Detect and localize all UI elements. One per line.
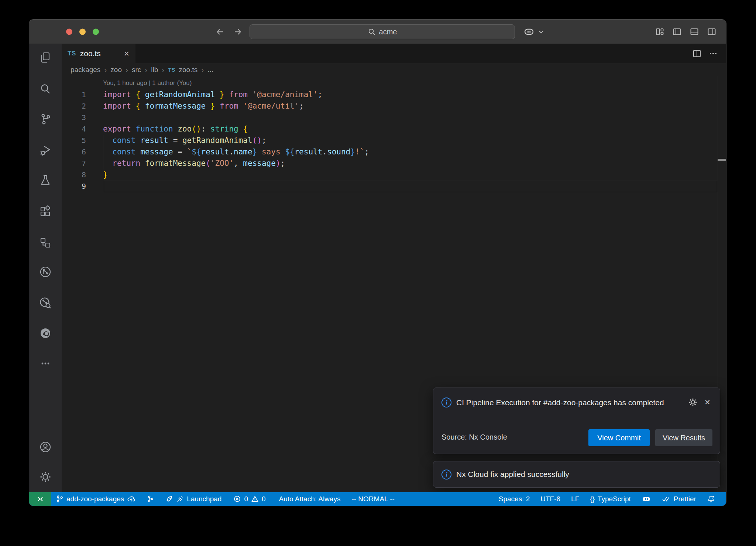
breadcrumb-separator: ›	[104, 66, 107, 74]
activity-bar	[29, 44, 62, 492]
breadcrumb-item[interactable]: zoo	[110, 66, 122, 74]
breadcrumb-file[interactable]: zoo.ts	[179, 66, 198, 74]
editor-more-actions-icon[interactable]	[708, 49, 718, 58]
line-number: 4	[62, 123, 86, 135]
info-icon: i	[441, 470, 451, 480]
code-line[interactable]: import { getRandomAnimal } from '@acme/a…	[103, 89, 322, 100]
copilot-icon	[642, 494, 651, 504]
source-control-icon[interactable]	[39, 113, 52, 125]
line-number: 7	[62, 158, 86, 169]
extensions-icon[interactable]	[39, 205, 52, 218]
tab-bar: TS zoo.ts ✕	[62, 44, 726, 63]
vim-mode-label: -- NORMAL --	[351, 495, 394, 503]
project-graph-icon[interactable]	[39, 236, 52, 249]
notification-settings-gear-icon[interactable]	[688, 397, 698, 407]
forward-arrow-icon[interactable]	[232, 26, 243, 37]
git-branch-icon	[56, 495, 63, 503]
chevron-down-icon	[538, 28, 544, 35]
line-number: 3	[62, 112, 86, 123]
encoding-status[interactable]: UTF-8	[540, 495, 560, 503]
language-label: TypeScript	[598, 495, 631, 503]
copilot-menu[interactable]	[523, 20, 544, 44]
breadcrumb-separator: ›	[162, 66, 164, 74]
git-blame-annotation[interactable]: You, 1 hour ago | 1 author (You)	[103, 78, 192, 88]
braces-icon: {}	[590, 495, 595, 503]
close-tab-icon[interactable]: ✕	[124, 50, 130, 58]
line-number: 2	[62, 100, 86, 112]
desktop: acme	[0, 0, 756, 546]
search-value: acme	[379, 28, 397, 36]
warnings-icon	[251, 495, 259, 503]
code-line[interactable]: }	[103, 169, 108, 181]
line-number: 8	[62, 169, 86, 181]
more-views-icon[interactable]	[39, 357, 52, 370]
toggle-secondary-sidebar-icon[interactable]	[707, 27, 717, 37]
publish-cloud-icon	[127, 495, 135, 503]
language-mode-status[interactable]: {} TypeScript	[590, 495, 630, 503]
indentation-status[interactable]: Spaces: 2	[499, 495, 530, 503]
nx-graph-search-icon[interactable]	[39, 297, 52, 309]
zoom-window-button[interactable]	[93, 28, 99, 35]
files-icon[interactable]	[39, 51, 52, 64]
line-number: 6	[62, 146, 86, 158]
encoding-label: UTF-8	[540, 495, 560, 503]
typescript-file-icon: TS	[168, 66, 175, 73]
notification-message: CI Pipeline Execution for #add-zoo-packa…	[456, 396, 685, 410]
nx-pipeline-status[interactable]	[147, 495, 154, 503]
notification-toast: i Nx Cloud fix applied successfully	[433, 461, 720, 488]
launchpad-label: Launchpad	[187, 495, 221, 503]
vim-mode-status[interactable]: -- NORMAL --	[351, 495, 394, 503]
customize-layout-icon[interactable]	[655, 27, 664, 37]
breadcrumb-item[interactable]: src	[132, 66, 141, 74]
eol-status[interactable]: LF	[571, 495, 579, 503]
branch-name: add-zoo-packages	[66, 495, 124, 503]
account-icon[interactable]	[39, 441, 52, 453]
git-branch-status[interactable]: add-zoo-packages	[56, 495, 135, 503]
launchpad-status[interactable]: Launchpad	[165, 495, 221, 503]
code-line[interactable]: return formatMessage('ZOO', message);	[103, 158, 285, 169]
breadcrumb: packages › zoo › src › lib › TS zoo.ts ›…	[62, 63, 726, 76]
toggle-panel-icon[interactable]	[690, 27, 699, 37]
tab-label: zoo.ts	[80, 49, 101, 58]
split-editor-icon[interactable]	[692, 49, 702, 58]
code-line[interactable]: const result = getRandomAnimal();	[103, 135, 267, 146]
info-icon: i	[441, 397, 451, 407]
minimize-window-button[interactable]	[79, 28, 86, 35]
testing-icon[interactable]	[39, 174, 52, 187]
close-window-button[interactable]	[66, 28, 72, 35]
traffic-lights	[66, 28, 99, 35]
auto-attach-label: Auto Attach: Always	[279, 495, 341, 503]
breadcrumb-separator: ›	[126, 66, 128, 74]
view-results-button[interactable]: View Results	[655, 429, 712, 446]
breadcrumb-overflow[interactable]: ...	[207, 66, 213, 74]
toggle-primary-sidebar-icon[interactable]	[672, 27, 682, 37]
notification-close-icon[interactable]: ✕	[704, 397, 711, 407]
code-line[interactable]: const message = `${result.name} says ${r…	[103, 146, 369, 158]
code-editor[interactable]: 123456789 You, 1 hour ago | 1 author (Yo…	[62, 76, 726, 492]
vscode-window: acme	[29, 19, 726, 506]
copilot-status[interactable]	[642, 494, 651, 504]
remote-indicator[interactable]	[29, 492, 51, 506]
code-line[interactable]: import { formatMessage } from '@acme/uti…	[103, 100, 304, 112]
settings-gear-icon[interactable]	[39, 471, 52, 483]
problems-status[interactable]: 0 0	[233, 495, 265, 503]
command-center-search[interactable]: acme	[250, 24, 515, 39]
run-and-debug-icon[interactable]	[39, 144, 52, 156]
plug-icon	[176, 495, 184, 503]
nx-console-icon[interactable]	[39, 266, 52, 278]
double-check-icon	[662, 495, 671, 503]
code-line[interactable]: export function zoo(): string {	[103, 123, 248, 135]
search-view-icon[interactable]	[39, 83, 52, 95]
view-commit-button[interactable]: View Commit	[588, 429, 650, 446]
indent-guide	[103, 135, 103, 170]
auto-attach-status[interactable]: Auto Attach: Always	[279, 495, 341, 503]
edge-browser-icon[interactable]	[39, 327, 52, 339]
notifications-bell[interactable]	[707, 495, 715, 503]
rocket-icon	[165, 495, 173, 503]
tab-zoo-ts[interactable]: TS zoo.ts ✕	[62, 44, 135, 63]
back-arrow-icon[interactable]	[214, 26, 226, 37]
search-icon	[368, 28, 376, 36]
breadcrumb-item[interactable]: packages	[71, 66, 100, 74]
formatter-status[interactable]: Prettier	[662, 495, 696, 503]
breadcrumb-item[interactable]: lib	[151, 66, 158, 74]
